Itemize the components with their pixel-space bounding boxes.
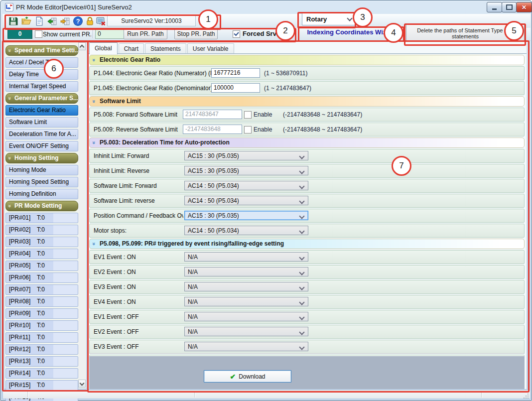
enable-checkbox[interactable] — [244, 126, 252, 134]
value-dropdown[interactable]: AC14 : 50 (P5.034) — [184, 226, 308, 235]
tab-global[interactable]: Global — [89, 42, 118, 54]
toolbar-separator — [204, 16, 205, 25]
value-dropdown[interactable]: N/A — [184, 327, 308, 336]
sidebar-item-homing-definition[interactable]: Homing Definition — [5, 189, 78, 199]
sidebar-group-homing-setting[interactable]: »Homing Setting — [5, 153, 78, 163]
sidebar-item--pr-10-[interactable]: [PR#10]T:0 — [5, 320, 78, 331]
status-bar — [3, 390, 530, 399]
chevron-down-icon — [299, 314, 304, 320]
sidebar-item-homing-mode[interactable]: Homing Mode — [5, 165, 78, 175]
sidebar-group-pr-mode-setting[interactable]: »PR Mode Setting — [5, 201, 78, 211]
sidebar-item-delay-time[interactable]: Delay Time — [5, 69, 78, 80]
value-dropdown[interactable]: AC15 : 30 (P5.035) — [184, 211, 308, 220]
sidebar-item-accel-decel-time[interactable]: Accel / Decel Time — [5, 57, 78, 68]
open-folder-icon[interactable] — [21, 16, 31, 26]
sidebar-item--pr-12-[interactable]: [PR#12]T:0 — [5, 344, 78, 355]
sidebar-item--pr-05-[interactable]: [PR#05]T:0 — [5, 261, 78, 271]
tab-user-variable[interactable]: User Variable — [187, 43, 234, 54]
value-dropdown[interactable]: N/A — [184, 312, 308, 321]
resize-grip[interactable] — [523, 392, 529, 398]
pr-label: [PR#11] — [9, 333, 37, 342]
sidebar-item--pr-11-[interactable]: [PR#11]T:0 — [5, 332, 78, 343]
tab-statements[interactable]: Statements — [145, 43, 186, 54]
section-title: P5.098, P5.099: PR# triggered by event r… — [100, 240, 284, 247]
pr-trigger-count: T:0 — [37, 273, 45, 282]
import-table-icon[interactable] — [47, 16, 57, 26]
sidebar-item-homing-speed-setting[interactable]: Homing Speed Setting — [5, 177, 78, 187]
forced-srv-on-checkbox[interactable] — [233, 30, 240, 38]
tab-divider — [88, 53, 527, 54]
lock-icon[interactable] — [85, 16, 95, 26]
maximize-button[interactable] — [502, 2, 517, 12]
section-header[interactable]: »Electronic Gear Ratio — [89, 55, 525, 65]
sidebar-group-speed-and-time-setti-[interactable]: »Speed and Time Setti... — [5, 45, 78, 56]
delete-paths-button[interactable]: Delete the paths of Statement Type and s… — [406, 24, 525, 42]
sidebar-item--pr-14-[interactable]: [PR#14]T:0 — [5, 368, 78, 379]
parameter-row: Software Limit: reverseAC14 : 50 (P5.034… — [89, 194, 525, 208]
dropdown-value: N/A — [188, 298, 198, 305]
sidebar-item-event-on-off-setting[interactable]: Event ON/OFF Setting — [5, 141, 78, 151]
export-table-icon[interactable] — [60, 16, 70, 26]
sidebar-item--pr-03-[interactable]: [PR#03]T:0 — [5, 237, 78, 247]
value-dropdown[interactable]: AC14 : 50 (P5.034) — [184, 181, 308, 190]
sidebar-item--pr-04-[interactable]: [PR#04]T:0 — [5, 249, 78, 259]
sidebar-item-deceleration-time-for-a-[interactable]: Deceleration Time for A... — [5, 129, 78, 139]
section-header[interactable]: »P5.098, P5.099: PR# triggered by event … — [89, 239, 525, 249]
monitor-error-icon[interactable] — [96, 16, 106, 26]
sidebar-item--pr-08-[interactable]: [PR#08]T:0 — [5, 296, 78, 307]
value-input[interactable]: 100000 — [211, 83, 260, 93]
sidebar-item--pr-15-[interactable]: [PR#15]T:0 — [5, 380, 78, 391]
double-chevron-icon: » — [5, 204, 14, 207]
section-header[interactable]: »Software Limit — [89, 96, 525, 107]
value-input[interactable]: 16777216 — [211, 68, 260, 78]
parameter-label: Inhinit Limit: Forward — [94, 152, 149, 159]
axis-mode-select[interactable]: Rotary — [302, 13, 356, 25]
scroll-down-button[interactable] — [78, 380, 86, 388]
show-current-path-checkbox[interactable] — [35, 30, 42, 38]
sidebar-item-internal-target-speed[interactable]: Internal Target Speed — [5, 81, 78, 92]
new-document-icon[interactable] — [34, 16, 44, 26]
scroll-up-button[interactable] — [78, 42, 86, 50]
sidebar-item-software-limit[interactable]: Software Limit — [5, 117, 78, 128]
value-dropdown[interactable]: AC15 : 30 (P5.035) — [184, 166, 308, 175]
dropdown-value: AC15 : 30 (P5.035) — [188, 212, 239, 219]
stop-pr-path-button[interactable]: Stop PR. Path — [174, 29, 218, 39]
chevron-down-icon — [299, 153, 304, 159]
path-number-input[interactable]: 0 — [95, 29, 125, 39]
sidebar-group-general-parameter-s-[interactable]: »General Parameter S... — [5, 93, 78, 104]
sidebar-scrollbar[interactable] — [78, 42, 86, 388]
pr-trigger-count: T:0 — [37, 285, 45, 294]
enable-checkbox[interactable] — [244, 111, 252, 119]
chevron-down-icon — [299, 299, 304, 305]
sidebar-item--pr-02-[interactable]: [PR#02]T:0 — [5, 225, 78, 235]
value-dropdown[interactable]: N/A — [184, 282, 308, 291]
run-pr-path-button[interactable]: Run PR. Path — [124, 29, 167, 39]
download-button[interactable]: ✔ Download — [204, 370, 291, 383]
value-dropdown[interactable]: AC15 : 30 (P5.035) — [184, 151, 308, 160]
toolbar-separator — [209, 16, 210, 25]
sidebar-item-electronic-gear-ratio[interactable]: Electronic Gear Ratio — [5, 105, 78, 116]
save-icon[interactable] — [8, 16, 18, 26]
close-button[interactable]: ✕ — [516, 2, 532, 12]
pr-label: [PR#02] — [9, 225, 37, 235]
sidebar-item--pr-09-[interactable]: [PR#09]T:0 — [5, 308, 78, 319]
parameter-row: EV3 Event : ONN/A — [89, 280, 525, 294]
chevron-down-icon — [299, 284, 304, 290]
sidebar-item--pr-06-[interactable]: [PR#06]T:0 — [5, 272, 78, 283]
minimize-button[interactable] — [487, 2, 502, 12]
value-dropdown[interactable]: N/A — [184, 267, 308, 276]
value-dropdown[interactable]: N/A — [184, 297, 308, 306]
value-dropdown[interactable]: N/A — [184, 342, 308, 351]
sidebar-item--pr-13-[interactable]: [PR#13]T:0 — [5, 356, 78, 367]
value-dropdown[interactable]: N/A — [184, 252, 308, 262]
sidebar-item--pr-01-[interactable]: [PR#01]T:0 — [5, 213, 78, 223]
value-dropdown[interactable]: AC14 : 50 (P5.034) — [184, 196, 308, 205]
value-input[interactable]: 2147483647 — [183, 110, 242, 119]
tab-chart[interactable]: Chart — [119, 43, 144, 54]
value-input[interactable]: -2147483648 — [183, 125, 242, 134]
sidebar-item--pr-07-[interactable]: [PR#07]T:0 — [5, 284, 78, 295]
section-header[interactable]: »P5.003: Deceleration Time for Auto-prot… — [89, 137, 525, 148]
parameter-row: P5.009: Reverse Software Limit-214748364… — [89, 123, 525, 136]
help-icon[interactable]: ? — [73, 16, 83, 26]
indexing-coordinates-wizard-button[interactable]: Indexing Coordinates Wizard — [301, 27, 402, 38]
